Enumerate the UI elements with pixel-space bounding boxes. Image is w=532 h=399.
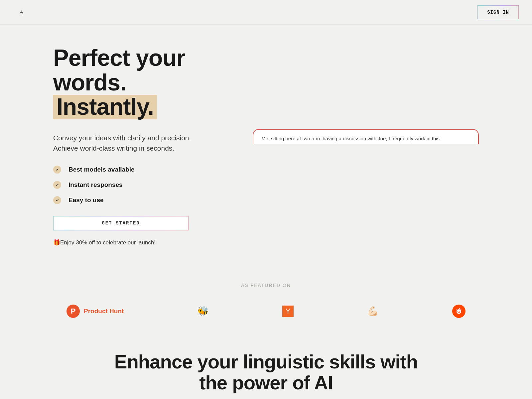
promo-text: 🎁Enjoy 30% off to celebrate our launch! (53, 239, 233, 246)
featured-logos: P Product Hunt 🐝 Y 💪🏻 (0, 305, 532, 318)
feature-label: Easy to use (68, 197, 104, 204)
reddit-icon (452, 305, 466, 318)
check-icon (53, 166, 61, 174)
preview-card: Me, sitting here at two a.m. having a di… (253, 129, 479, 144)
product-hunt-logo[interactable]: P Product Hunt (66, 305, 124, 318)
hero-subtitle: Convey your ideas with clarity and preci… (53, 133, 216, 154)
ycombinator-logo[interactable]: Y (282, 306, 294, 317)
hero-title: Perfect your words. Instantly. (53, 46, 233, 119)
svg-point-1 (458, 311, 459, 312)
sign-in-button[interactable]: SIGN IN (477, 5, 519, 19)
feature-item: Best models available (53, 166, 233, 174)
product-hunt-icon: P (66, 305, 80, 318)
feature-label: Instant responses (68, 181, 123, 189)
get-started-button[interactable]: GET STARTED (53, 216, 189, 230)
featured-label: AS FEATURED ON (0, 283, 532, 288)
bee-logo[interactable]: 🐝 (197, 306, 209, 317)
hero-title-highlight: Instantly. (53, 95, 157, 119)
check-icon (53, 196, 61, 204)
svg-point-2 (460, 311, 461, 312)
feature-label: Best models available (68, 166, 135, 173)
check-icon (53, 181, 61, 189)
yc-icon: Y (282, 306, 294, 317)
feature-item: Easy to use (53, 196, 233, 204)
hero-section: Perfect your words. Instantly. Convey yo… (0, 25, 532, 246)
svg-point-4 (456, 309, 457, 310)
feature-item: Instant responses (53, 181, 233, 189)
section-heading: Enhance your linguistic skills with the … (0, 351, 532, 394)
hero-content: Perfect your words. Instantly. Convey yo… (53, 46, 233, 246)
preview-text: Me, sitting here at two a.m. having a di… (261, 136, 470, 141)
feature-list: Best models available Instant responses … (53, 166, 233, 204)
product-hunt-label: Product Hunt (84, 308, 124, 315)
header: SIGN IN (0, 0, 532, 25)
hero-preview: Me, sitting here at two a.m. having a di… (253, 46, 479, 246)
featured-section: AS FEATURED ON P Product Hunt 🐝 Y 💪🏻 (0, 283, 532, 318)
hero-title-line1: Perfect your words. (53, 45, 185, 95)
svg-point-3 (460, 309, 461, 310)
svg-point-5 (460, 308, 461, 309)
reddit-logo[interactable] (452, 305, 466, 318)
arm-logo[interactable]: 💪🏻 (367, 306, 379, 317)
logo-icon (19, 10, 24, 15)
